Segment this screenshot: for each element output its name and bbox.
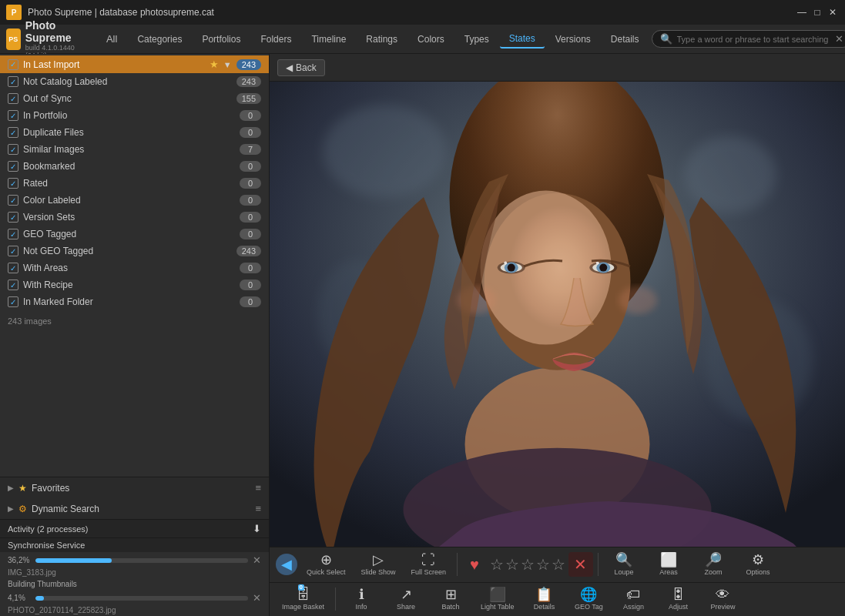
checkbox-duplicate-files: ✓ xyxy=(8,127,18,138)
dynamic-search-label: Dynamic Search xyxy=(32,504,250,514)
item-label-color-labeled: Color Labeled xyxy=(23,195,235,206)
favorites-label: Favorites xyxy=(32,483,250,494)
heart-button[interactable]: ♥ xyxy=(462,554,487,576)
tab-folders[interactable]: Folders xyxy=(251,31,300,48)
checkbox-not-geo-tagged: ✓ xyxy=(8,246,18,256)
tab-states[interactable]: States xyxy=(500,30,545,49)
item-count-duplicate-files: 0 xyxy=(240,127,261,138)
item-label-with-recipe: With Recipe xyxy=(23,280,235,290)
maximize-button[interactable]: □ xyxy=(811,6,823,18)
sidebar-item-with-recipe[interactable]: ✓ With Recipe 0 xyxy=(0,276,269,293)
dynamic-search-menu-icon[interactable]: ≡ xyxy=(255,503,261,514)
geo-tag-button[interactable]: 🌐 GEO Tag xyxy=(568,585,609,613)
sidebar-item-duplicate-files[interactable]: ✓ Duplicate Files 0 xyxy=(0,124,269,141)
item-count-in-marked-folder: 0 xyxy=(240,296,261,307)
sidebar-item-bookmarked[interactable]: ✓ Bookmarked 0 xyxy=(0,158,269,175)
logo-area: PS Photo Supreme build 4.1.0.1440 (64 bi… xyxy=(6,19,79,59)
progress-pct-1: 36,2% xyxy=(8,556,31,564)
adjust-label: Adjust xyxy=(669,603,688,611)
item-count-in-portfolio: 0 xyxy=(240,110,261,121)
sidebar-item-not-geo-tagged[interactable]: ✓ Not GEO Tagged 243 xyxy=(0,243,269,259)
sidebar-item-in-portfolio[interactable]: ✓ In Portfolio 0 xyxy=(0,107,269,124)
quick-select-button[interactable]: ⊕ Quick Select xyxy=(300,551,352,578)
star-5[interactable]: ☆ xyxy=(552,555,565,574)
adjust-button[interactable]: 🎛 Adjust xyxy=(657,585,699,613)
options-button[interactable]: ⚙ Options xyxy=(737,551,779,578)
loupe-label: Loupe xyxy=(614,568,633,576)
heart-icon: ♥ xyxy=(470,556,479,574)
dynamic-search-section[interactable]: ▶ ⚙ Dynamic Search ≡ xyxy=(0,498,269,519)
tab-ratings[interactable]: Ratings xyxy=(357,31,407,48)
star-2[interactable]: ☆ xyxy=(505,555,519,574)
app-icon: P xyxy=(6,5,22,20)
details-button[interactable]: 📋 Details xyxy=(523,585,565,613)
areas-button[interactable]: ⬜ Areas xyxy=(648,551,689,578)
sidebar-item-version-sets[interactable]: ✓ Version Sets 0 xyxy=(0,209,269,226)
tab-all[interactable]: All xyxy=(97,30,126,48)
toolbar-row2: 🗄 0 Image Basket ℹ Info ↗ Share xyxy=(270,583,845,617)
progress-close-2[interactable]: ✕ xyxy=(253,592,261,604)
sidebar-item-rated[interactable]: ✓ Rated 0 xyxy=(0,175,269,192)
photo-area xyxy=(270,82,845,547)
sidebar-item-color-labeled[interactable]: ✓ Color Labeled 0 xyxy=(0,192,269,209)
search-clear-icon[interactable]: ✕ xyxy=(835,33,843,45)
checkbox-rated: ✓ xyxy=(8,178,18,189)
star-4[interactable]: ☆ xyxy=(536,555,550,574)
loupe-button[interactable]: 🔍 Loupe xyxy=(603,551,645,578)
zoom-button[interactable]: 🔎 Zoom xyxy=(692,551,734,578)
tab-portfolios[interactable]: Portfolios xyxy=(193,31,250,48)
window-controls[interactable]: — □ ✕ xyxy=(796,6,839,18)
batch-label: Batch xyxy=(442,603,460,611)
tab-colors[interactable]: Colors xyxy=(408,31,454,48)
sidebar-item-in-last-import[interactable]: ✓ In Last Import ★ ▼ 243 xyxy=(0,55,269,73)
tab-types[interactable]: Types xyxy=(455,31,498,48)
sidebar-item-similar-images[interactable]: ✓ Similar Images 7 xyxy=(0,141,269,158)
back-button[interactable]: ◀ Back xyxy=(277,59,325,76)
share-button[interactable]: ↗ Share xyxy=(385,585,427,613)
images-count: 243 images xyxy=(0,310,269,332)
light-table-button[interactable]: ⬛ Light Table xyxy=(474,585,520,613)
favorites-section[interactable]: ▶ ★ Favorites ≡ xyxy=(0,477,269,498)
star-rating[interactable]: ☆ ☆ ☆ ☆ ☆ xyxy=(490,555,565,574)
separator-1 xyxy=(457,553,458,576)
sidebar-item-geo-tagged[interactable]: ✓ GEO Tagged 0 xyxy=(0,226,269,243)
sidebar-item-not-catalog-labeled[interactable]: ✓ Not Catalog Labeled 243 xyxy=(0,73,269,90)
full-screen-button[interactable]: ⛶ Full Screen xyxy=(405,551,453,578)
preview-label: Preview xyxy=(710,603,735,611)
slide-show-button[interactable]: ▷ Slide Show xyxy=(355,551,402,578)
batch-button[interactable]: ⊞ Batch xyxy=(430,585,471,613)
bottom-toolbar: ◀ ⊕ Quick Select ▷ Slide Show ⛶ Full Scr… xyxy=(270,547,845,616)
item-label-out-of-sync: Out of Sync xyxy=(23,93,232,104)
star-3[interactable]: ☆ xyxy=(521,555,535,574)
info-button[interactable]: ℹ Info xyxy=(340,585,382,613)
checkbox-bookmarked: ✓ xyxy=(8,161,18,172)
sidebar-item-in-marked-folder[interactable]: ✓ In Marked Folder 0 xyxy=(0,293,269,310)
item-count-with-recipe: 0 xyxy=(240,280,261,290)
close-button[interactable]: ✕ xyxy=(827,6,839,18)
back-arrow-icon: ◀ xyxy=(286,62,293,73)
favorites-menu-icon[interactable]: ≡ xyxy=(255,482,261,494)
tab-details[interactable]: Details xyxy=(602,31,649,48)
minimize-button[interactable]: — xyxy=(796,6,808,18)
tab-versions[interactable]: Versions xyxy=(546,31,600,48)
preview-button[interactable]: 👁 Preview xyxy=(702,585,743,613)
tab-categories[interactable]: Categories xyxy=(128,31,191,48)
search-box[interactable]: 🔍 ✕ xyxy=(652,30,846,48)
search-input[interactable] xyxy=(677,35,830,44)
sidebar-item-with-areas[interactable]: ✓ With Areas 0 xyxy=(0,259,269,276)
activity-download-icon[interactable]: ⬇ xyxy=(253,523,261,534)
nav-tabs: All Categories Portfolios Folders Timeli… xyxy=(97,30,649,49)
progress-filename-2: PHOTO_20170114_225823.jpg xyxy=(0,606,269,616)
reject-button[interactable]: ✕ xyxy=(568,552,593,577)
progress-close-1[interactable]: ✕ xyxy=(253,554,261,566)
zoom-label: Zoom xyxy=(704,568,722,576)
item-count-not-geo-tagged: 243 xyxy=(236,246,261,256)
sidebar-item-out-of-sync[interactable]: ✓ Out of Sync 155 xyxy=(0,90,269,107)
star-1[interactable]: ☆ xyxy=(490,555,504,574)
tab-timeline[interactable]: Timeline xyxy=(302,31,355,48)
assign-button[interactable]: 🏷 Assign xyxy=(612,585,654,613)
checkbox-version-sets: ✓ xyxy=(8,212,18,223)
hamburger-menu[interactable] xyxy=(88,30,94,49)
photo-back-nav-button[interactable]: ◀ xyxy=(276,554,297,575)
image-basket-button[interactable]: 🗄 0 Image Basket xyxy=(276,585,330,613)
